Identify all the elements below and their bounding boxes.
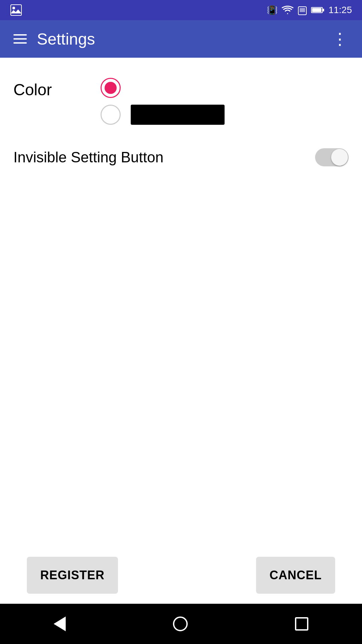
- cancel-button[interactable]: CANCEL: [256, 557, 335, 594]
- register-button[interactable]: REGISTER: [27, 557, 118, 594]
- svg-rect-0: [11, 5, 21, 15]
- bottom-buttons: REGISTER CANCEL: [13, 547, 349, 604]
- hamburger-menu-icon[interactable]: [13, 34, 27, 44]
- svg-rect-3: [300, 8, 305, 12]
- status-time: 11:25: [328, 5, 352, 15]
- home-nav-button[interactable]: [173, 616, 188, 631]
- color-label: Color: [13, 78, 80, 99]
- toggle-knob: [331, 149, 348, 166]
- recents-nav-button[interactable]: [295, 617, 308, 631]
- more-vert-icon[interactable]: ⋮: [332, 30, 349, 48]
- svg-point-1: [12, 7, 15, 9]
- back-nav-button[interactable]: [54, 616, 66, 631]
- color-option-black[interactable]: [101, 105, 225, 125]
- app-bar-left: Settings: [13, 30, 95, 48]
- recents-square-icon: [295, 617, 308, 631]
- wifi-icon: [282, 5, 294, 15]
- sim-icon: [298, 5, 307, 15]
- invisible-setting-row: Invisible Setting Button: [13, 142, 349, 173]
- status-bar-right: 📳 11:25: [267, 5, 352, 15]
- svg-rect-5: [312, 8, 321, 12]
- radio-red-inner: [105, 82, 117, 94]
- status-bar: 📳 11:25: [0, 0, 362, 20]
- svg-rect-6: [323, 9, 324, 11]
- vibrate-icon: 📳: [267, 5, 278, 15]
- app-bar: Settings ⋮: [0, 20, 362, 58]
- back-arrow-icon: [54, 616, 66, 631]
- invisible-setting-label: Invisible Setting Button: [13, 149, 164, 166]
- gallery-icon: [10, 4, 22, 16]
- radio-red[interactable]: [101, 78, 121, 98]
- battery-icon: [311, 6, 324, 14]
- status-bar-left: [10, 4, 22, 16]
- main-content: Color Invisible Setting Button REGISTER …: [0, 58, 362, 604]
- app-bar-title: Settings: [37, 30, 95, 48]
- content-spacer: [13, 173, 349, 547]
- color-swatch-black: [131, 105, 225, 125]
- color-option-red[interactable]: [101, 78, 225, 98]
- home-circle-icon: [173, 616, 188, 631]
- invisible-setting-toggle[interactable]: [315, 148, 349, 166]
- radio-black[interactable]: [101, 105, 121, 125]
- nav-bar: [0, 604, 362, 644]
- color-options: [101, 78, 225, 125]
- color-section: Color: [13, 78, 349, 125]
